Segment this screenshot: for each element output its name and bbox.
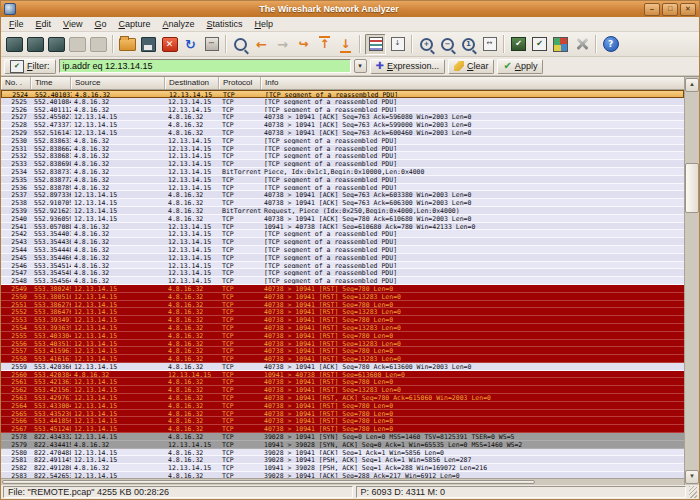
col-header-time[interactable]: Time bbox=[31, 77, 71, 89]
capture-stop-icon[interactable] bbox=[68, 35, 87, 54]
expression-button[interactable]: ✚ Expression... bbox=[370, 59, 445, 74]
display-filters-icon[interactable]: ✔ bbox=[530, 35, 549, 54]
packet-row[interactable]: 2565553.43523012.13.14.154.8.16.32TCP407… bbox=[1, 410, 684, 418]
col-header-destination[interactable]: Destination bbox=[165, 77, 219, 89]
menu-go[interactable]: Go bbox=[88, 18, 112, 31]
preferences-icon[interactable] bbox=[572, 35, 591, 54]
capture-filters-icon[interactable]: ✔ bbox=[509, 35, 528, 54]
packet-row[interactable]: 2554553.39363912.13.14.154.8.16.32TCP407… bbox=[1, 324, 684, 332]
apply-button[interactable]: ✔ Apply bbox=[497, 59, 543, 74]
scroll-down-arrow[interactable]: ▼ bbox=[685, 470, 699, 484]
close-button[interactable]: ✕ bbox=[680, 3, 696, 16]
go-top-icon[interactable]: ↑ bbox=[315, 35, 334, 54]
packet-row[interactable]: 2582822.4912804.8.16.3212.13.14.15TCP109… bbox=[1, 464, 684, 472]
zoom-out-icon[interactable]: − bbox=[438, 35, 457, 54]
packet-row[interactable]: 2561553.42136312.13.14.154.8.16.32TCP407… bbox=[1, 378, 684, 386]
packet-row[interactable]: 2542553.3544014.8.16.3212.13.14.15TCP[TC… bbox=[1, 230, 684, 238]
packet-row[interactable]: 2524552.4010374.8.16.3212.13.14.15TCP[TC… bbox=[1, 90, 684, 98]
packet-row[interactable]: 2562553.42156112.13.14.154.8.16.32TCP407… bbox=[1, 386, 684, 394]
packet-row[interactable]: 2560553.4203844.8.16.3212.13.14.15TCP109… bbox=[1, 371, 684, 379]
resize-grip[interactable] bbox=[689, 486, 697, 498]
packet-row[interactable]: 2556553.40351312.13.14.154.8.16.32TCP407… bbox=[1, 340, 684, 348]
packet-row[interactable]: 2559553.42036612.13.14.154.8.16.32TCP407… bbox=[1, 363, 684, 371]
menu-help[interactable]: Help bbox=[249, 18, 280, 31]
horizontal-scrollbar[interactable] bbox=[1, 478, 684, 485]
packet-row[interactable]: 2557553.41596312.13.14.154.8.16.32TCP407… bbox=[1, 347, 684, 355]
capture-options-icon[interactable] bbox=[26, 35, 45, 54]
packet-row[interactable]: 2552553.38647612.13.14.154.8.16.32TCP407… bbox=[1, 308, 684, 316]
packet-row[interactable]: 2544553.3544484.8.16.3212.13.14.15TCP[TC… bbox=[1, 246, 684, 254]
colorize-toggle[interactable] bbox=[365, 34, 386, 55]
minimize-button[interactable]: – bbox=[644, 3, 660, 16]
packet-row[interactable]: 2543553.3544304.8.16.3212.13.14.15TCP[TC… bbox=[1, 238, 684, 246]
packet-row[interactable]: 2528552.47337712.13.14.154.8.16.32TCP407… bbox=[1, 121, 684, 129]
packet-row[interactable]: 2551553.38627612.13.14.154.8.16.32TCP407… bbox=[1, 301, 684, 309]
packet-row[interactable]: 2545553.3544664.8.16.3212.13.14.15TCP[TC… bbox=[1, 254, 684, 262]
col-header-protocol[interactable]: Protocol bbox=[219, 77, 261, 89]
vertical-scrollbar[interactable]: ▲ ▼ bbox=[684, 77, 699, 485]
go-forward-icon[interactable]: → bbox=[273, 35, 292, 54]
menu-analyze[interactable]: Analyze bbox=[156, 18, 200, 31]
maximize-button[interactable]: □ bbox=[662, 3, 678, 16]
menu-edit[interactable]: Edit bbox=[30, 18, 58, 31]
menu-statistics[interactable]: Statistics bbox=[201, 18, 249, 31]
packet-row[interactable]: 2546553.3545144.8.16.3212.13.14.15TCP[TC… bbox=[1, 262, 684, 270]
packet-row[interactable]: 2566553.44185612.13.14.154.8.16.32TCP407… bbox=[1, 417, 684, 425]
packet-row[interactable]: 2555553.40330412.13.14.154.8.16.32TCP407… bbox=[1, 332, 684, 340]
clear-button[interactable]: Clear bbox=[448, 59, 495, 74]
packet-row[interactable]: 2550553.38051012.13.14.154.8.16.32TCP407… bbox=[1, 293, 684, 301]
packet-row[interactable]: 2540552.93605912.13.14.154.8.16.32TCP407… bbox=[1, 215, 684, 223]
packet-row[interactable]: 2533552.8386984.8.16.3212.13.14.15TCP[TC… bbox=[1, 160, 684, 168]
scroll-up-arrow[interactable]: ▲ bbox=[685, 78, 699, 92]
packet-row[interactable]: 2531552.8386624.8.16.3212.13.14.15TCP[TC… bbox=[1, 145, 684, 153]
filter-button[interactable]: ✔ Filter: bbox=[4, 59, 56, 74]
packet-row[interactable]: 2580822.47048812.13.14.154.8.16.32TCP390… bbox=[1, 449, 684, 457]
menu-view[interactable]: View bbox=[57, 18, 88, 31]
save-as-icon[interactable] bbox=[139, 35, 158, 54]
packet-row[interactable]: 2549553.38024512.13.14.154.8.16.32TCP407… bbox=[1, 285, 684, 293]
packet-row[interactable]: 2553553.39349112.13.14.154.8.16.32TCP407… bbox=[1, 316, 684, 324]
capture-restart-icon[interactable] bbox=[89, 35, 108, 54]
list-interfaces-icon[interactable] bbox=[5, 35, 24, 54]
packet-row[interactable]: 2541553.0570884.8.16.3212.13.14.15TCP109… bbox=[1, 223, 684, 231]
coloring-rules-icon[interactable] bbox=[551, 35, 570, 54]
zoom-100-icon[interactable]: 1 bbox=[459, 35, 478, 54]
vertical-scrollbar-thumb[interactable] bbox=[685, 163, 699, 213]
packet-row[interactable]: 2534552.8387374.8.16.3212.13.14.15BitTor… bbox=[1, 168, 684, 176]
packet-row[interactable]: 2564553.43300412.13.14.154.8.16.32TCP407… bbox=[1, 402, 684, 410]
auto-scroll-toggle[interactable]: ↓ bbox=[388, 35, 407, 54]
packet-row[interactable]: 2537552.89733612.13.14.154.8.16.32TCP407… bbox=[1, 191, 684, 199]
reload-icon[interactable]: ↻ bbox=[181, 35, 200, 54]
menu-file[interactable]: File bbox=[3, 18, 30, 31]
horizontal-scrollbar-thumb[interactable] bbox=[2, 480, 535, 484]
packet-row[interactable]: 2563553.42976712.13.14.154.8.16.32TCP407… bbox=[1, 394, 684, 402]
packet-row[interactable]: 2579822.4344154.8.16.3212.13.14.15TCP109… bbox=[1, 441, 684, 449]
packet-row[interactable]: 2539552.92162312.13.14.154.8.16.32BitTor… bbox=[1, 207, 684, 215]
packet-row[interactable]: 2538552.91070512.13.14.154.8.16.32TCP407… bbox=[1, 199, 684, 207]
filter-dropdown-button[interactable]: ▾ bbox=[354, 59, 367, 73]
zoom-in-icon[interactable]: + bbox=[417, 35, 436, 54]
packet-row[interactable]: 2581822.49114512.13.14.154.8.16.32TCP390… bbox=[1, 456, 684, 464]
col-header-no[interactable]: No. . bbox=[1, 77, 31, 89]
go-back-icon[interactable]: ← bbox=[252, 35, 271, 54]
find-packet-icon[interactable] bbox=[231, 35, 250, 54]
packet-row[interactable]: 2548553.3545644.8.16.3212.13.14.15TCP[TC… bbox=[1, 277, 684, 285]
packet-row[interactable]: 2525552.4010844.8.16.3212.13.14.15TCP[TC… bbox=[1, 98, 684, 106]
packet-row[interactable]: 2578822.43433212.13.14.154.8.16.32TCP390… bbox=[1, 433, 684, 441]
packet-row[interactable]: 2535552.8387724.8.16.3212.13.14.15TCP[TC… bbox=[1, 176, 684, 184]
packet-row[interactable]: 2532552.8386814.8.16.3212.13.14.15TCP[TC… bbox=[1, 152, 684, 160]
resize-columns-icon[interactable]: ↔ bbox=[480, 35, 499, 54]
help-icon[interactable]: ? bbox=[601, 35, 620, 54]
packet-row[interactable]: 2547553.3545484.8.16.3212.13.14.15TCP[TC… bbox=[1, 269, 684, 277]
packet-row[interactable]: 2527552.45502712.13.14.154.8.16.32TCP407… bbox=[1, 113, 684, 121]
close-capture-icon[interactable]: ✕ bbox=[160, 35, 179, 54]
print-icon[interactable]: ⎓ bbox=[202, 35, 221, 54]
col-header-source[interactable]: Source bbox=[71, 77, 165, 89]
go-bottom-icon[interactable]: ↓ bbox=[336, 35, 355, 54]
packet-row[interactable]: 2567553.45124812.13.14.154.8.16.32TCP407… bbox=[1, 425, 684, 433]
go-to-packet-icon[interactable]: ↪ bbox=[294, 35, 313, 54]
open-file-icon[interactable] bbox=[118, 35, 137, 54]
packet-row[interactable]: 2536552.8387894.8.16.3212.13.14.15TCP[TC… bbox=[1, 184, 684, 192]
menu-capture[interactable]: Capture bbox=[112, 18, 156, 31]
packet-row[interactable]: 2529552.51614312.13.14.154.8.16.32TCP407… bbox=[1, 129, 684, 137]
